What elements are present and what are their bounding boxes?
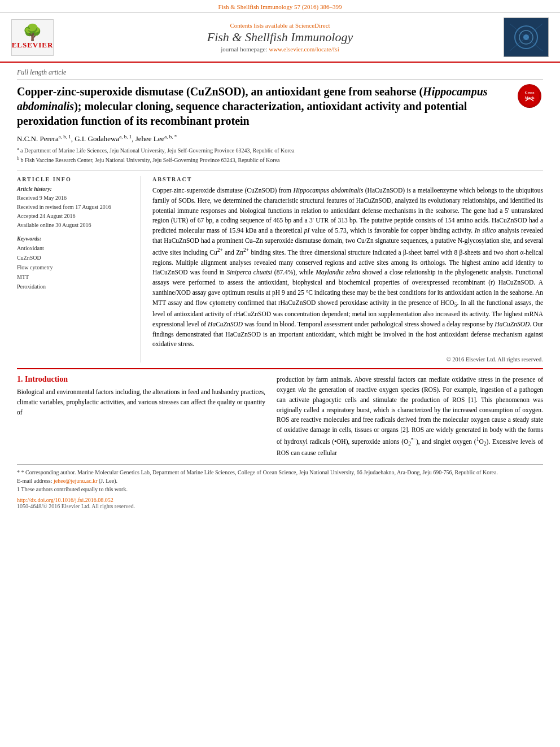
intro-right-col: production by farm animals. Above stress…	[277, 375, 543, 458]
journal-title: Fish & Shellfish Immunology	[56, 30, 504, 45]
keyword-5: Peroxidation	[17, 282, 132, 291]
email-footnote: E-mail address: jehee@jejunu.ac.kr (J. L…	[17, 477, 543, 485]
doi-link[interactable]: http://dx.doi.org/10.1016/j.fsi.2016.08.…	[17, 497, 113, 503]
article-info-label: ARTICLE INFO	[17, 176, 132, 182]
title-text-part2: ); molecular cloning, sequence character…	[17, 100, 467, 127]
introduction-section: 1. Introduction Biological and environme…	[17, 368, 543, 458]
bottom-bar: http://dx.doi.org/10.1016/j.fsi.2016.08.…	[17, 497, 543, 509]
keyword-1: Antioxidant	[17, 243, 132, 253]
svg-text:Mark: Mark	[524, 95, 534, 100]
elsevier-logo-image: 🌳 ELSEVIER	[11, 19, 54, 56]
journal-header: 🌳 ELSEVIER Contents lists available at S…	[0, 13, 560, 63]
history-label: Article history:	[17, 186, 132, 192]
journal-center-info: Contents lists available at ScienceDirec…	[56, 22, 504, 53]
footnote-area: * * Corresponding author. Marine Molecul…	[17, 464, 543, 493]
article-info-column: ARTICLE INFO Article history: Received 9…	[17, 176, 141, 362]
received-revised-date: Received in revised form 17 August 2016	[17, 203, 132, 212]
abstract-column: ABSTRACT Copper-zinc-superoxide dismutas…	[152, 176, 543, 362]
tree-icon: 🌳	[23, 25, 42, 41]
authors-line: N.C.N. Pereraa, b, 1, G.I. Godahewaa, b,…	[17, 134, 543, 143]
copyright-line: © 2016 Elsevier Ltd. All rights reserved…	[152, 354, 543, 362]
article-type: Full length article	[17, 68, 543, 80]
journal-thumbnail	[504, 18, 549, 57]
issn-text: 1050-4648/© 2016 Elsevier Ltd. All right…	[17, 503, 135, 509]
keyword-4: MTT	[17, 272, 132, 282]
abstract-label: ABSTRACT	[152, 176, 543, 182]
available-date: Available online 30 August 2016	[17, 221, 132, 230]
journal-homepage: journal homepage: www.elsevier.com/locat…	[56, 46, 504, 53]
article-history-block: Article history: Received 9 May 2016 Rec…	[17, 186, 132, 230]
received-date: Received 9 May 2016	[17, 194, 132, 203]
keyword-2: CuZnSOD	[17, 253, 132, 263]
intro-left-text: Biological and environmental factors inc…	[17, 387, 265, 417]
svg-text:Cross: Cross	[525, 90, 535, 95]
journal-homepage-link[interactable]: www.elsevier.com/locate/fsi	[269, 46, 339, 53]
elsevier-brand-text: ELSEVIER	[12, 41, 54, 50]
keywords-label: Keywords:	[17, 235, 132, 242]
crossmark-badge: Cross Mark	[518, 84, 543, 110]
article-content: Full length article Copper-zinc-superoxi…	[0, 63, 560, 368]
science-direct-link[interactable]: ScienceDirect	[295, 22, 330, 29]
introduction-heading: 1. Introduction	[17, 375, 265, 384]
journal-reference-line: Fish & Shellfish Immunology 57 (2016) 38…	[0, 0, 560, 13]
keywords-block: Keywords: Antioxidant CuZnSOD Flow cytom…	[17, 235, 132, 291]
crossmark-icon: Cross Mark	[518, 84, 541, 108]
affiliation-a: a a Department of Marine Life Sciences, …	[17, 146, 543, 155]
accepted-date: Accepted 24 August 2016	[17, 212, 132, 221]
intro-right-text: production by farm animals. Above stress…	[277, 375, 543, 458]
elsevier-logo: 🌳 ELSEVIER	[11, 19, 56, 56]
asterisk-marker: *	[17, 469, 21, 475]
science-direct-line: Contents lists available at ScienceDirec…	[56, 22, 504, 29]
affiliation-b: b b Fish Vaccine Research Center, Jeju N…	[17, 155, 543, 164]
abstract-text: Copper-zinc-superoxide dismutase (CuZnSO…	[152, 186, 543, 350]
article-info-abstract: ARTICLE INFO Article history: Received 9…	[17, 170, 543, 362]
intro-left-col: 1. Introduction Biological and environme…	[17, 375, 265, 458]
title-text-part1: Copper-zinc-superoxide dismutase (CuZnSO…	[17, 85, 423, 98]
equal-contrib-footnote: 1 These authors contributed equally to t…	[17, 485, 543, 493]
keyword-3: Flow cytometry	[17, 263, 132, 272]
affiliations: a a Department of Marine Life Sciences, …	[17, 146, 543, 164]
article-title: Copper-zinc-superoxide dismutase (CuZnSO…	[17, 84, 543, 128]
email-link[interactable]: jehee@jejunu.ac.kr	[54, 478, 98, 484]
corresponding-footnote: * * Corresponding author. Marine Molecul…	[17, 468, 543, 477]
